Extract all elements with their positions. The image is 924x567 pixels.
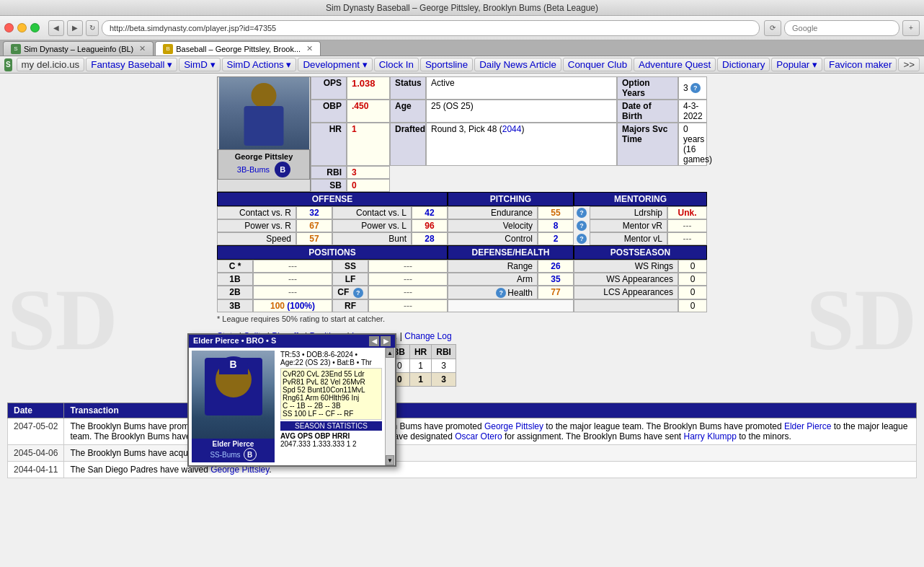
skills-row-3: Speed 57 Bunt 28 Control 2 ? Mentor vL -…	[217, 232, 707, 245]
mentor-vr-label: Mentor vR	[590, 219, 667, 232]
catcher-note: * League requires 50% rating to start at…	[217, 312, 707, 325]
popup-player-name: Elder Pierce	[193, 440, 273, 448]
power-r-label: Power vs. R	[217, 219, 296, 232]
popup-stats: TR:53 • DOB:8-6-2024 • Age:22 (OS 23) • …	[277, 348, 385, 465]
forward-button[interactable]: ▶	[67, 20, 83, 36]
link-harry-klumpp[interactable]: Harry Klumpp	[684, 431, 737, 441]
speed-val: 57	[296, 232, 332, 245]
minimize-button[interactable]	[17, 23, 27, 32]
defense-header: DEFENSE/HEALTH	[448, 245, 574, 260]
ops-value: 1.038	[347, 76, 390, 100]
arm-val: 35	[538, 273, 574, 286]
back-button[interactable]: ◀	[48, 20, 64, 36]
pos-2b-val: ---	[253, 286, 332, 299]
popup-scroll-down[interactable]: ▼	[386, 455, 394, 465]
tab-leagueinfo[interactable]: S Sim Dynasty – Leagueinfo (BL) ✕	[3, 41, 154, 56]
extensions-button[interactable]: +	[902, 20, 920, 36]
pos-c-label: C *	[217, 260, 253, 273]
toolbar-adventure-quest[interactable]: Adventure Quest	[634, 58, 716, 71]
trans-date-header: Date	[8, 403, 64, 418]
transaction-area: Date Transaction 2047-05-02 The Brooklyn…	[0, 401, 924, 480]
trans-row-1: 2047-05-02 The Brooklyn Bums have promot…	[8, 418, 917, 445]
popup-body: B Elder Pierce SS-Bums B TR:53 • DOB:8-6…	[189, 348, 395, 465]
toolbar-popular[interactable]: Popular ▾	[771, 58, 822, 71]
power-l-val: 96	[412, 219, 448, 232]
toolbar-simd-actions[interactable]: SimD Actions ▾	[222, 58, 297, 71]
pos-rf-label: RF	[332, 299, 368, 312]
toolbar-fantasy-baseball[interactable]: Fantasy Baseball ▾	[86, 58, 177, 71]
rbi-value: 3	[347, 166, 390, 179]
maximize-button[interactable]	[30, 23, 40, 32]
toolbar-delicious[interactable]: my del.icio.us	[17, 58, 85, 71]
toolbar-more[interactable]: >>	[898, 58, 920, 71]
close-button[interactable]	[4, 23, 14, 32]
option-years-help[interactable]: ?	[690, 83, 701, 93]
toolbar-conquer-club[interactable]: Conquer Club	[563, 58, 632, 71]
reload-button[interactable]: ↻	[86, 20, 99, 36]
link-elder-pierce[interactable]: Elder Pierce	[784, 421, 831, 431]
pos-ss-val: ---	[368, 260, 448, 273]
link-george-pittsley-1[interactable]: George Pittsley	[484, 421, 543, 431]
popup-pos-line2: SS 100 LF -- CF -- RF	[283, 410, 380, 418]
player-name-box: George Pittsley 3B-Bums B	[218, 149, 310, 180]
browser-controls: ◀ ▶ ↻ ⟳ +	[0, 16, 924, 40]
arm-label: Arm	[448, 273, 538, 286]
player-header: George Pittsley 3B-Bums B OPS 1.038 St	[217, 76, 707, 192]
change-log-link[interactable]: Change Log	[404, 331, 451, 341]
drafted-label: Drafted	[390, 123, 426, 166]
popup-player-pos-row: SS-Bums B	[193, 448, 273, 461]
defense-row-3: ? Health 77	[448, 286, 574, 299]
hr-value: 1	[347, 123, 390, 166]
health-help[interactable]: ?	[496, 288, 506, 298]
total-rbi: 3	[432, 373, 456, 387]
health-label: ? Health	[448, 286, 538, 299]
postseason-extra-val: 0	[678, 299, 707, 312]
search-bar[interactable]	[784, 20, 899, 36]
toolbar-clock-in[interactable]: Clock In	[374, 58, 419, 71]
popup-prev[interactable]: ◀	[369, 336, 379, 346]
mentor-vr-help[interactable]: ?	[577, 221, 587, 231]
trans-date-3: 2044-04-11	[8, 462, 64, 478]
mentor-vr-val: ---	[667, 219, 707, 232]
tab-close-leagueinfo[interactable]: ✕	[139, 44, 146, 53]
endurance-val: 55	[538, 206, 574, 219]
pos-1b-val: ---	[253, 273, 332, 286]
tab-player[interactable]: B Baseball – George Pittsley, Brook... ✕	[155, 41, 321, 56]
transaction-table: Date Transaction 2047-05-02 The Brooklyn…	[7, 403, 917, 478]
address-bar[interactable]	[102, 20, 760, 36]
popup-next[interactable]: ▶	[381, 336, 391, 346]
toolbar-favicon-maker[interactable]: Favicon maker	[824, 58, 897, 71]
tab-icon-leagueinfo: S	[11, 44, 21, 54]
contact-r-val: 32	[296, 206, 332, 219]
popup-header-text: Elder Pierce • BRO • S	[193, 336, 276, 346]
drafted-year-link[interactable]: 2044	[502, 124, 522, 134]
cf-help[interactable]: ?	[353, 288, 363, 298]
tab-label-player: Baseball – George Pittsley, Brook...	[176, 45, 301, 53]
row-rbi: 3	[432, 359, 456, 373]
stats-container: George Pittsley 3B-Bums B OPS 1.038 St	[217, 76, 707, 325]
toolbar-sportsline[interactable]: Sportsline	[420, 58, 473, 71]
popup-scrollbar[interactable]: ▲ ▼	[385, 348, 395, 465]
refresh-icon[interactable]: ⟳	[764, 20, 781, 36]
tab-close-player[interactable]: ✕	[306, 44, 313, 53]
velocity-label: Velocity	[448, 219, 538, 232]
mentor-vl-help[interactable]: ?	[577, 234, 587, 244]
toolbar-development[interactable]: Development ▾	[298, 58, 372, 71]
link-oscar-otero[interactable]: Oscar Otero	[455, 431, 502, 441]
pos-row-1: C * --- SS --- Range 26 WS Rings 0	[217, 260, 707, 273]
links-section: Stats | Splits | Playoffs | Positions | …	[0, 328, 924, 401]
status-value: Active	[426, 76, 617, 100]
toolbar-dictionary[interactable]: Dictionary	[717, 58, 770, 71]
toolbar-daily-news[interactable]: Daily News Article	[474, 58, 561, 71]
age-value: 25 (OS 25)	[426, 100, 617, 123]
popup-scroll-up[interactable]: ▲	[386, 348, 394, 358]
empty-cell-2	[390, 179, 707, 192]
simdynasty-icon: S	[4, 58, 12, 71]
postseason-row-2: WS Appearances 0	[574, 273, 707, 286]
browser-title: Sim Dynasty Baseball – George Pittsley, …	[326, 3, 598, 13]
ldrship-help[interactable]: ?	[577, 208, 587, 218]
toolbar-simd[interactable]: SimD ▾	[179, 58, 220, 71]
popup-stats-3: Spd 52 Bunt10Con11MvL	[283, 386, 380, 394]
lcs-appearances-label: LCS Appearances	[574, 286, 678, 299]
trans-date-2: 2045-04-06	[8, 445, 64, 462]
